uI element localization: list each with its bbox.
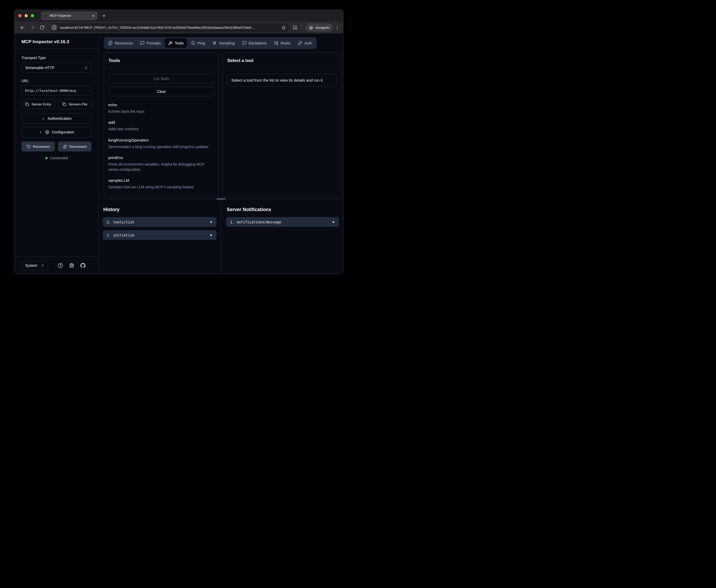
site-info-icon[interactable] [50, 24, 58, 31]
chevron-right-icon [39, 130, 43, 134]
tab-elicitations[interactable]: Elicitations [239, 38, 270, 48]
tool-list-item[interactable]: sampleLLMSamples from an LLM using MCP's… [108, 178, 214, 190]
reload-button[interactable] [38, 24, 46, 31]
tab-label: Sampling [219, 41, 235, 45]
bell-icon [191, 41, 195, 45]
tab-label: Auth [304, 41, 312, 45]
history-entry[interactable]: 1. initialize [103, 230, 217, 240]
tab-prompts[interactable]: Prompts [137, 38, 164, 48]
authentication-expander[interactable]: Authentication [21, 113, 91, 124]
tab-resources[interactable]: Resources [105, 38, 136, 48]
browser-titlebar: MCP Inspector [15, 10, 343, 21]
folder-tree-icon [274, 41, 279, 45]
hammer-icon [168, 41, 173, 45]
help-button[interactable] [58, 263, 63, 268]
tools-panel-body: List Tools Clear echoEchoes back the inp… [104, 68, 219, 197]
tools-panel: Tools List Tools Clear echoEchoes back t… [104, 52, 219, 197]
sidebar-body: Transport Type Streamable HTTP URL http:… [15, 49, 98, 257]
maximize-window-button[interactable] [31, 14, 34, 17]
tool-name: sampleLLM [108, 178, 214, 183]
empty-selection-message: Select a tool from the list to view its … [227, 74, 337, 87]
tab-title: MCP Inspector [50, 14, 89, 18]
tab-label: Resources [115, 41, 133, 45]
server-entry-button[interactable]: Server Entry [21, 99, 55, 109]
browser-window: MCP Inspector localhost:6274/?MCP_PROXY_… [14, 10, 343, 274]
history-list: 2. tools/list1. initialize [103, 217, 217, 240]
servers-file-label: Servers File [68, 102, 87, 106]
mcp-inspector-app: MCP Inspector v0.16.3 Transport Type Str… [15, 34, 343, 274]
tool-details-body: Select a tool from the list to view its … [223, 68, 341, 197]
bug-report-button[interactable] [69, 263, 74, 268]
theme-select-value: System [25, 264, 37, 268]
server-entry-label: Server Entry [31, 102, 51, 106]
key-icon [298, 41, 302, 45]
clear-tools-button[interactable]: Clear [108, 87, 214, 96]
tab-close-icon[interactable] [91, 14, 95, 18]
tool-details-title: Select a tool [223, 53, 341, 68]
splitter-grip-handle[interactable] [217, 198, 225, 200]
tab-favicon-icon [43, 14, 47, 18]
status-label: Connected [50, 156, 68, 160]
servers-file-button[interactable]: Servers File [58, 99, 91, 109]
theme-select[interactable]: System [21, 261, 48, 270]
transport-type-select[interactable]: Streamable HTTP [21, 63, 91, 73]
search-tabs-icon[interactable] [292, 25, 298, 30]
tab-roots[interactable]: Roots [270, 38, 294, 48]
reconnect-button[interactable]: Reconnect [21, 142, 55, 151]
browser-menu-button[interactable] [335, 25, 340, 30]
address-bar[interactable]: localhost:6274/?MCP_PROXY_AUTH_TOKEN=ec1… [50, 23, 289, 32]
tab-sampling[interactable]: Sampling [209, 38, 238, 48]
back-button[interactable] [18, 24, 26, 31]
browser-tab[interactable]: MCP Inspector [41, 12, 98, 20]
sidebar-header: MCP Inspector v0.16.3 [15, 34, 98, 49]
tool-description: Echoes back the input [108, 109, 214, 114]
transport-type-value: Streamable HTTP [25, 66, 55, 70]
expand-play-icon[interactable] [210, 234, 213, 237]
disconnect-button[interactable]: Disconnect [58, 142, 91, 151]
configuration-expander[interactable]: Configuration [21, 127, 91, 137]
message-square-icon [242, 41, 246, 45]
server-notifications-title: Server Notifications [227, 207, 339, 212]
configuration-label: Configuration [52, 130, 74, 134]
entry-label: 2. tools/list [107, 220, 134, 224]
message-square-icon [140, 41, 145, 45]
hash-icon [212, 41, 217, 45]
horizontal-splitter[interactable] [99, 197, 343, 201]
github-button[interactable] [80, 263, 86, 268]
tool-details-panel: Select a tool Select a tool from the lis… [222, 52, 341, 197]
tab-ping[interactable]: Ping [188, 38, 209, 48]
nav-tabs: ResourcesPromptsToolsPingSamplingElicita… [104, 37, 317, 49]
expand-play-icon[interactable] [332, 220, 335, 224]
refresh-off-icon [63, 145, 67, 149]
history-title: History [103, 207, 217, 212]
tab-tools[interactable]: Tools [165, 38, 187, 48]
history-entry[interactable]: 2. tools/list [103, 217, 217, 227]
tab-label: Roots [281, 41, 290, 45]
reconnect-label: Reconnect [33, 145, 50, 149]
tool-list-item[interactable]: echoEchoes back the input [108, 103, 214, 114]
main-content: ResourcesPromptsToolsPingSamplingElicita… [99, 34, 343, 274]
minimize-window-button[interactable] [25, 14, 28, 17]
tool-list-item[interactable]: addAdds two numbers [108, 120, 214, 131]
copy-icon [62, 102, 66, 106]
bookmark-star-icon[interactable] [281, 25, 286, 30]
server-url-input[interactable]: http://localhost:8080/mcp [21, 86, 91, 96]
tab-auth[interactable]: Auth [295, 38, 316, 48]
tab-label: Prompts [147, 41, 161, 45]
tab-label: Tools [175, 41, 183, 45]
server-url-value: http://localhost:8080/mcp [25, 89, 77, 92]
forward-button[interactable] [28, 24, 36, 31]
new-tab-button[interactable] [102, 13, 106, 18]
history-panel: History 2. tools/list1. initialize [99, 201, 221, 274]
chevron-right-icon [41, 117, 45, 121]
list-tools-button[interactable]: List Tools [108, 74, 214, 83]
tool-list-item[interactable]: printEnvPrints all environment variables… [108, 155, 214, 172]
tool-list: echoEchoes back the inputaddAdds two num… [108, 103, 214, 190]
tool-list-item[interactable]: longRunningOperationDemonstrates a long … [108, 138, 214, 149]
disconnect-label: Disconnect [69, 145, 87, 149]
notification-entry[interactable]: 1. notifications/message [226, 217, 339, 227]
close-window-button[interactable] [18, 14, 21, 17]
tool-description: Demonstrates a long running operation wi… [108, 144, 214, 149]
url-text[interactable]: localhost:6274/?MCP_PROXY_AUTH_TOKEN=ec1… [60, 26, 281, 29]
expand-play-icon[interactable] [210, 220, 213, 224]
